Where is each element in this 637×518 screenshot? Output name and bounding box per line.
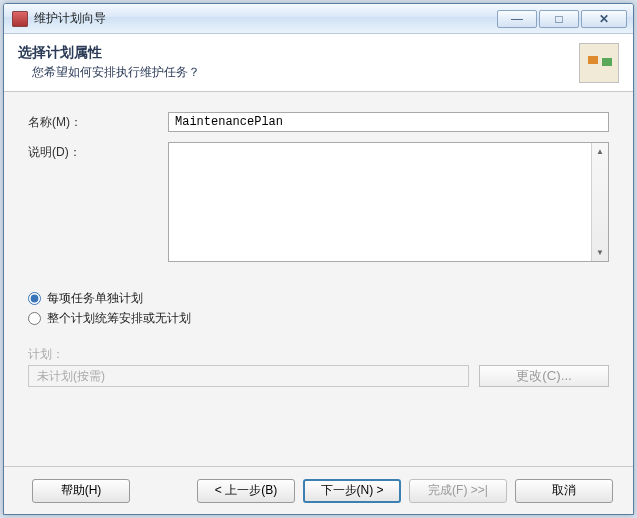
wizard-decorative-icon: [579, 43, 619, 83]
description-row: 说明(D)： ▲ ▼: [28, 142, 609, 262]
minimize-button[interactable]: —: [497, 10, 537, 28]
close-icon: ✕: [599, 12, 609, 26]
cancel-button[interactable]: 取消: [515, 479, 613, 503]
scroll-down-icon[interactable]: ▼: [592, 244, 608, 261]
scroll-track[interactable]: [592, 160, 608, 244]
title-bar: 维护计划向导 — □ ✕: [4, 4, 633, 34]
schedule-display: 未计划(按需): [28, 365, 469, 387]
maximize-button[interactable]: □: [539, 10, 579, 28]
description-field-wrapper: ▲ ▼: [168, 142, 609, 262]
header-title: 选择计划属性: [18, 44, 579, 62]
description-input[interactable]: [169, 143, 591, 261]
help-button[interactable]: 帮助(H): [32, 479, 130, 503]
name-input[interactable]: [168, 112, 609, 132]
radio-per-task-input[interactable]: [28, 292, 41, 305]
maximize-icon: □: [555, 12, 562, 26]
back-button[interactable]: < 上一步(B): [197, 479, 295, 503]
wizard-window: 维护计划向导 — □ ✕ 选择计划属性 您希望如何安排执行维护任务？ 名称(M)…: [3, 3, 634, 515]
description-label: 说明(D)：: [28, 142, 168, 161]
description-scrollbar[interactable]: ▲ ▼: [591, 143, 608, 261]
radio-single-plan-label: 整个计划统筹安排或无计划: [47, 310, 191, 327]
change-schedule-button: 更改(C)...: [479, 365, 609, 387]
window-title: 维护计划向导: [34, 10, 497, 27]
wizard-footer: 帮助(H) < 上一步(B) 下一步(N) > 完成(F) >>| 取消: [4, 466, 633, 514]
finish-button: 完成(F) >>|: [409, 479, 507, 503]
schedule-label: 计划：: [28, 346, 609, 363]
radio-per-task[interactable]: 每项任务单独计划: [28, 290, 609, 307]
minimize-icon: —: [511, 12, 523, 26]
name-label: 名称(M)：: [28, 112, 168, 131]
schedule-row: 未计划(按需) 更改(C)...: [28, 365, 609, 387]
name-row: 名称(M)：: [28, 112, 609, 132]
window-controls: — □ ✕: [497, 10, 627, 28]
header-subtitle: 您希望如何安排执行维护任务？: [18, 64, 579, 81]
radio-single-plan[interactable]: 整个计划统筹安排或无计划: [28, 310, 609, 327]
wizard-body: 名称(M)： 说明(D)： ▲ ▼ 每项任务单独计划 整个计划统筹安排或无计: [4, 92, 633, 466]
schedule-section: 计划： 未计划(按需) 更改(C)...: [28, 346, 609, 387]
scroll-up-icon[interactable]: ▲: [592, 143, 608, 160]
radio-single-plan-input[interactable]: [28, 312, 41, 325]
schedule-mode-group: 每项任务单独计划 整个计划统筹安排或无计划: [28, 290, 609, 330]
header-text: 选择计划属性 您希望如何安排执行维护任务？: [18, 44, 579, 81]
app-icon: [12, 11, 28, 27]
wizard-header: 选择计划属性 您希望如何安排执行维护任务？: [4, 34, 633, 92]
next-button[interactable]: 下一步(N) >: [303, 479, 401, 503]
radio-per-task-label: 每项任务单独计划: [47, 290, 143, 307]
close-button[interactable]: ✕: [581, 10, 627, 28]
